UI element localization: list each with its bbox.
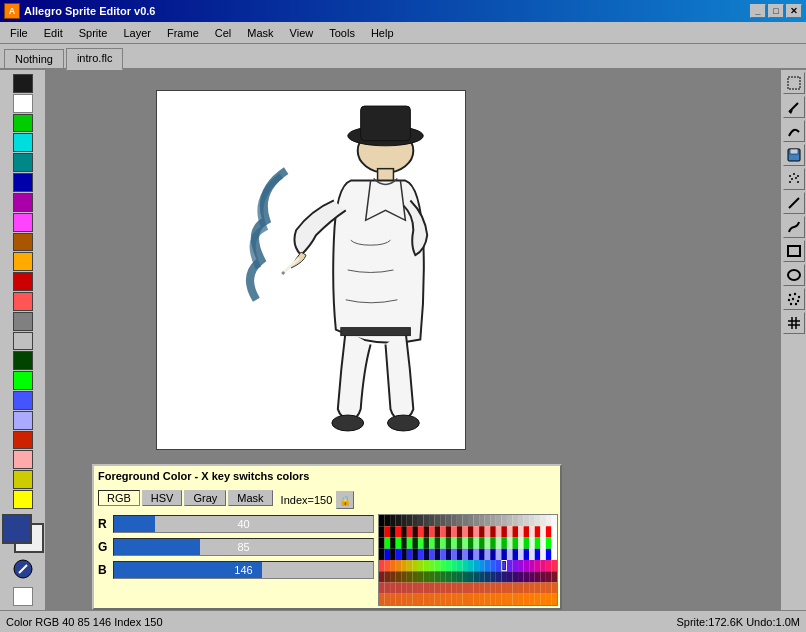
svg-point-19 [797, 175, 799, 177]
close-button[interactable]: ✕ [786, 4, 802, 18]
tool-spray[interactable] [783, 168, 805, 190]
color-swatch[interactable] [13, 292, 33, 311]
color-swatch[interactable] [13, 411, 33, 430]
sprite-image [157, 91, 465, 449]
channel-b-value: 146 [234, 564, 252, 576]
svg-rect-12 [788, 77, 800, 89]
color-swatch[interactable] [13, 133, 33, 152]
channel-b-row: B 146 [98, 560, 374, 580]
menu-file[interactable]: File [2, 23, 36, 43]
menu-frame[interactable]: Frame [159, 23, 207, 43]
color-swatch[interactable] [13, 252, 33, 271]
svg-point-23 [797, 181, 799, 183]
color-swatch[interactable] [13, 371, 33, 390]
color-swatch[interactable] [13, 272, 33, 291]
spray-icon [787, 172, 801, 186]
channel-g-value: 85 [237, 541, 249, 553]
channel-g-label: G [98, 540, 113, 554]
menu-sprite[interactable]: Sprite [71, 23, 116, 43]
menu-mask[interactable]: Mask [239, 23, 281, 43]
color-swatch[interactable] [13, 173, 33, 192]
line-icon [787, 196, 801, 210]
color-mode-tabs: RGB HSV Gray Mask [98, 490, 273, 506]
channel-g-slider[interactable]: 85 [113, 538, 374, 556]
color-swatch[interactable] [13, 391, 33, 410]
tab-hsv[interactable]: HSV [142, 490, 183, 506]
eyedropper-icon [12, 558, 34, 580]
channel-b-slider[interactable]: 146 [113, 561, 374, 579]
left-palette [0, 70, 46, 610]
window-controls: _ □ ✕ [750, 4, 802, 18]
pencil-icon [787, 100, 801, 114]
color-swatch[interactable] [13, 351, 33, 370]
svg-point-17 [789, 175, 791, 177]
svg-line-13 [789, 103, 798, 112]
svg-point-18 [793, 173, 795, 175]
color-matrix[interactable] [378, 514, 556, 604]
menu-view[interactable]: View [282, 23, 322, 43]
color-swatch[interactable] [13, 431, 33, 450]
svg-point-11 [388, 415, 420, 431]
tab-nothing[interactable]: Nothing [4, 49, 64, 68]
tool-bezier[interactable] [783, 216, 805, 238]
color-swatch[interactable] [13, 94, 33, 113]
tool-curve[interactable] [783, 120, 805, 142]
tool-line[interactable] [783, 192, 805, 214]
maximize-button[interactable]: □ [768, 4, 784, 18]
color-swatch[interactable] [13, 193, 33, 212]
curve-icon [787, 124, 801, 138]
tool-rect[interactable] [783, 240, 805, 262]
menu-bar: File Edit Sprite Layer Frame Cel Mask Vi… [0, 22, 806, 44]
floppy-icon [787, 148, 801, 162]
color-swatch[interactable] [13, 213, 33, 232]
sprite-info: Sprite:172.6K Undo:1.0M [676, 616, 800, 628]
color-swatch[interactable] [13, 587, 33, 606]
color-editor: Foreground Color - X key switchs colors … [92, 464, 562, 610]
tool-select[interactable] [783, 72, 805, 94]
tool-ellipse[interactable] [783, 264, 805, 286]
svg-point-21 [795, 177, 797, 179]
minimize-button[interactable]: _ [750, 4, 766, 18]
menu-cel[interactable]: Cel [207, 23, 240, 43]
svg-point-22 [789, 181, 791, 183]
tool-save[interactable] [783, 144, 805, 166]
color-swatch[interactable] [13, 153, 33, 172]
color-swatch[interactable] [13, 233, 33, 252]
channel-r-slider[interactable]: 40 [113, 515, 374, 533]
foreground-color[interactable] [2, 514, 32, 544]
tab-bar: Nothing intro.flc [0, 44, 806, 70]
svg-point-26 [788, 270, 800, 280]
menu-edit[interactable]: Edit [36, 23, 71, 43]
svg-point-34 [794, 303, 796, 305]
sprite-canvas [156, 90, 466, 450]
tab-intro[interactable]: intro.flc [66, 48, 123, 70]
color-swatch[interactable] [13, 490, 33, 509]
ellipse-icon [787, 268, 801, 282]
tab-gray[interactable]: Gray [184, 490, 226, 506]
color-swatch[interactable] [13, 114, 33, 133]
svg-point-30 [787, 299, 789, 301]
menu-tools[interactable]: Tools [321, 23, 363, 43]
svg-rect-25 [788, 246, 800, 256]
color-swatch[interactable] [13, 450, 33, 469]
tab-mask[interactable]: Mask [228, 490, 272, 506]
tool-pencil[interactable] [783, 96, 805, 118]
channel-g-row: G 85 [98, 537, 374, 557]
channel-r-row: R 40 [98, 514, 374, 534]
svg-point-29 [797, 296, 799, 298]
color-swatch[interactable] [13, 470, 33, 489]
lock-button[interactable]: 🔒 [336, 491, 354, 509]
selection-icon [787, 76, 801, 90]
index-display: Index=150 [281, 494, 333, 506]
menu-help[interactable]: Help [363, 23, 402, 43]
color-swatch[interactable] [13, 74, 33, 93]
canvas-area[interactable]: Foreground Color - X key switchs colors … [46, 70, 780, 610]
tool-grid[interactable] [783, 312, 805, 334]
svg-point-10 [332, 415, 364, 431]
menu-layer[interactable]: Layer [115, 23, 159, 43]
grid-icon [787, 316, 801, 330]
color-swatch[interactable] [13, 312, 33, 331]
tool-scatter[interactable] [783, 288, 805, 310]
tab-rgb[interactable]: RGB [98, 490, 140, 506]
color-swatch[interactable] [13, 332, 33, 351]
